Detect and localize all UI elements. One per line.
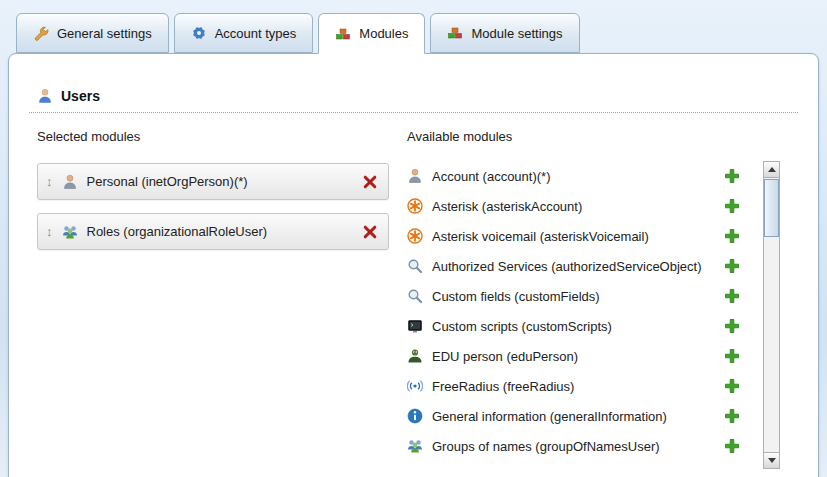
add-icon [724, 168, 740, 184]
available-module-row-custom-scripts: Custom scripts (customScripts) [407, 311, 740, 341]
magnifier-icon [407, 258, 423, 274]
add-icon [724, 318, 740, 334]
info-icon [407, 408, 423, 424]
selected-modules-list: ↕ Personal (inetOrgPerson)(*) ↕ Roles (o… [37, 163, 389, 250]
selected-module-row-personal[interactable]: ↕ Personal (inetOrgPerson)(*) [37, 163, 389, 200]
add-module-button[interactable] [724, 258, 740, 274]
terminal-icon [407, 318, 423, 334]
tab-general-settings[interactable]: General settings [16, 13, 169, 53]
add-module-button[interactable] [724, 198, 740, 214]
selected-module-label: Personal (inetOrgPerson)(*) [87, 174, 354, 189]
add-icon [724, 288, 740, 304]
person-icon [407, 168, 423, 184]
tab-module-settings[interactable]: Module settings [430, 13, 579, 53]
available-modules-heading: Available modules [407, 129, 740, 149]
add-module-button[interactable] [724, 168, 740, 184]
page-title: Users [61, 88, 100, 104]
add-module-button[interactable] [724, 438, 740, 454]
modules-icon [335, 26, 351, 42]
available-module-label: Authorized Services (authorizedServiceOb… [432, 259, 702, 274]
tab-bar: General settings Account types Modules M… [16, 13, 580, 54]
scrollbar-thumb[interactable] [764, 179, 779, 237]
lam-config-page: General settings Account types Modules M… [0, 0, 827, 477]
wrench-icon [33, 25, 49, 41]
tab-modules[interactable]: Modules [318, 13, 425, 54]
user-icon [37, 88, 53, 104]
add-module-button[interactable] [724, 228, 740, 244]
selected-module-label: Roles (organizationalRoleUser) [87, 224, 354, 239]
add-icon [724, 198, 740, 214]
available-module-row-groups-of-names: Groups of names (groupOfNamesUser) [407, 431, 740, 461]
available-module-label: Account (account)(*) [432, 169, 551, 184]
available-module-label: EDU person (eduPerson) [432, 349, 578, 364]
scroll-down-button[interactable] [764, 452, 779, 468]
available-module-row-custom-fields: Custom fields (customFields) [407, 281, 740, 311]
arrow-down-icon [768, 458, 776, 463]
available-module-label: Custom fields (customFields) [432, 289, 600, 304]
tab-label: Modules [359, 26, 408, 41]
available-module-label: FreeRadius (freeRadius) [432, 379, 574, 394]
available-modules-list: Account (account)(*) Asterisk (asteriskA… [407, 161, 740, 461]
asterisk-icon [407, 228, 423, 244]
available-module-label: General information (generalInformation) [432, 409, 667, 424]
add-module-button[interactable] [724, 408, 740, 424]
arrow-up-icon [768, 167, 776, 172]
drag-handle-icon[interactable]: ↕ [46, 225, 53, 238]
module-settings-icon [447, 25, 463, 41]
tab-label: Module settings [471, 26, 562, 41]
tab-label: General settings [57, 26, 152, 41]
drag-handle-icon[interactable]: ↕ [46, 175, 53, 188]
gear-icon [191, 25, 207, 41]
remove-module-button[interactable] [362, 224, 378, 240]
selected-modules-heading: Selected modules [37, 129, 389, 149]
delete-icon [362, 174, 378, 190]
selected-modules-column: Selected modules ↕ Personal (inetOrgPers… [29, 129, 389, 461]
available-module-row-asterisk-voicemail: Asterisk voicemail (asteriskVoicemail) [407, 221, 740, 251]
group-icon [407, 438, 423, 454]
add-module-button[interactable] [724, 318, 740, 334]
group-icon [62, 224, 78, 240]
tab-label: Account types [215, 26, 297, 41]
tab-account-types[interactable]: Account types [174, 13, 314, 53]
delete-icon [362, 224, 378, 240]
available-module-row-account: Account (account)(*) [407, 161, 740, 191]
selected-module-row-roles[interactable]: ↕ Roles (organizationalRoleUser) [37, 213, 389, 250]
available-module-label: Asterisk (asteriskAccount) [432, 199, 582, 214]
add-icon [724, 438, 740, 454]
scroll-up-button[interactable] [764, 162, 779, 178]
add-icon [724, 258, 740, 274]
add-icon [724, 408, 740, 424]
edu-person-icon [407, 348, 423, 364]
available-module-row-authorized-services: Authorized Services (authorizedServiceOb… [407, 251, 740, 281]
available-module-row-edu-person: EDU person (eduPerson) [407, 341, 740, 371]
add-icon [724, 348, 740, 364]
available-modules-column: Available modules Account (account)(*) [407, 129, 798, 461]
add-icon [724, 228, 740, 244]
available-module-row-asterisk: Asterisk (asteriskAccount) [407, 191, 740, 221]
add-module-button[interactable] [724, 288, 740, 304]
available-module-label: Groups of names (groupOfNamesUser) [432, 439, 660, 454]
antenna-icon [407, 378, 423, 394]
modules-panel: Users Selected modules ↕ Personal (inetO… [8, 53, 819, 477]
available-module-label: Custom scripts (customScripts) [432, 319, 612, 334]
person-icon [62, 174, 78, 190]
add-module-button[interactable] [724, 348, 740, 364]
add-module-button[interactable] [724, 378, 740, 394]
magnifier-icon [407, 288, 423, 304]
add-icon [724, 378, 740, 394]
available-module-label: Asterisk voicemail (asteriskVoicemail) [432, 229, 649, 244]
remove-module-button[interactable] [362, 174, 378, 190]
available-module-row-general-information: General information (generalInformation) [407, 401, 740, 431]
users-section-header: Users [29, 88, 798, 113]
vertical-scrollbar[interactable] [763, 161, 780, 469]
asterisk-icon [407, 198, 423, 214]
available-module-row-freeradius: FreeRadius (freeRadius) [407, 371, 740, 401]
